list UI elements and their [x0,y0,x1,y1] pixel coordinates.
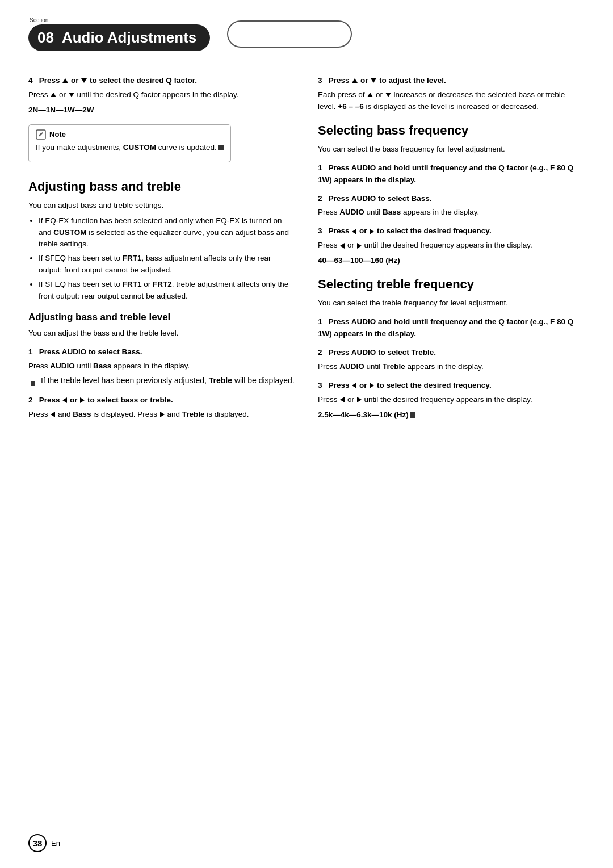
section-label: Section [30,17,48,23]
left-column: 4 Press or to select the desired Q facto… [28,68,295,424]
treble-step3-sequence: 2.5k—4k—6.3k—10k (Hz) [318,409,585,421]
bass-step3-body: Press or until the desired frequency app… [318,240,585,251]
level-step1-subbullet: If the treble level has been previously … [28,376,295,388]
intro-step4-body: Press or until the desired Q factor appe… [28,89,295,101]
level-step1-sub-text: If the treble level has been previously … [41,376,295,385]
bullet-item-1: If EQ-EX function has been selected and … [39,215,295,251]
right-column: 3 Press or to adjust the level. Each pre… [318,68,585,424]
selecting-bass-intro: You can select the bass frequency for le… [318,144,585,156]
right-step3-body: Each press of or increases or decreases … [318,89,585,113]
bass-step3-heading: 3 Press or to select the desired frequen… [318,225,585,237]
intro-step4-sequence: 2N—1N—1W—2W [28,104,295,116]
section-pill: 08 Audio Adjustments [28,24,210,51]
bass-step2-heading: 2 Press AUDIO to select Bass. [318,193,585,205]
level-step1-body: Press AUDIO until Bass appears in the di… [28,360,295,372]
bullet-item-2: If SFEQ has been set to FRT1, bass adjus… [39,253,295,276]
bass-step1-heading: 1 Press AUDIO and hold until frequency a… [318,162,585,186]
page-number: 38 [28,834,47,852]
intro-step4-heading: 4 Press or to select the desired Q facto… [28,75,295,87]
selecting-bass-heading: Selecting bass frequency [318,123,585,138]
page-header: Section 08 Audio Adjustments [28,17,585,51]
note-icon-row: Note [36,129,224,140]
level-step2-body: Press and Bass is displayed. Press and T… [28,409,295,421]
level-step1-heading: 1 Press AUDIO to select Bass. [28,346,295,358]
note-pencil-icon [36,129,46,140]
sub-heading-level: Adjusting bass and treble level [28,312,295,323]
treble-step3-body: Press or until the desired frequency app… [318,394,585,406]
note-box: Note If you make adjustments, CUSTOM cur… [28,124,231,162]
note-body: If you make adjustments, CUSTOM curve is… [36,142,224,154]
page-lang: En [51,839,60,848]
content-area: 4 Press or to select the desired Q facto… [28,68,585,424]
treble-step3-heading: 3 Press or to select the desired frequen… [318,380,585,392]
level-step2-heading: 2 Press or to select bass or treble. [28,395,295,406]
level-intro: You can adjust the bass and the treble l… [28,328,295,339]
selecting-treble-intro: You can select the treble frequency for … [318,297,585,309]
square-bullet-icon [31,379,37,388]
main-heading: Adjusting bass and treble [28,179,295,194]
main-intro: You can adjust bass and treble settings. [28,200,295,212]
main-bullet-list: If EQ-EX function has been selected and … [39,215,295,303]
right-step3-heading: 3 Press or to adjust the level. [318,75,585,87]
note-label: Note [49,130,66,139]
bullet-item-3: If SFEQ has been set to FRT1 or FRT2, tr… [39,279,295,303]
treble-step1-heading: 1 Press AUDIO and hold until frequency a… [318,316,585,340]
treble-step2-heading: 2 Press AUDIO to select Treble. [318,347,585,359]
bass-step2-body: Press AUDIO until Bass appears in the di… [318,207,585,219]
treble-step2-body: Press AUDIO until Treble appears in the … [318,361,585,373]
section-title: Audio Adjustments [62,29,196,47]
page-number-area: 38 En [28,834,60,852]
selecting-treble-heading: Selecting treble frequency [318,277,585,292]
header-right-pill [227,20,352,48]
section-number: 08 [37,29,54,47]
page: Section 08 Audio Adjustments 4 Press or … [0,0,613,868]
section-badge: Section 08 Audio Adjustments [28,17,210,51]
bass-step3-sequence: 40—63—100—160 (Hz) [318,255,585,267]
